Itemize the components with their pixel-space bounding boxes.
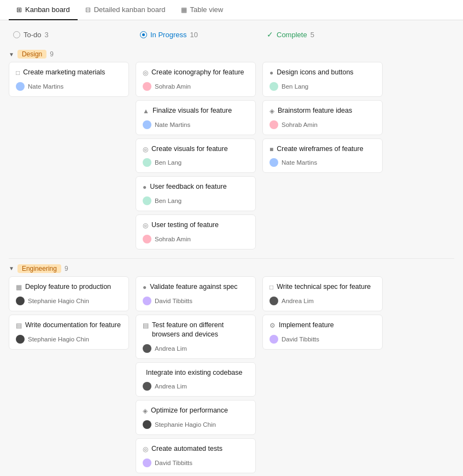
- card[interactable]: ▲ Finalize visuals for feature Nate Mart…: [136, 100, 256, 135]
- card-type-icon: ■: [269, 145, 273, 154]
- card-assignee: Ben Lang: [143, 158, 249, 167]
- column-inprogress-design: ◎ Create iconography for feature Sohrab …: [136, 62, 256, 249]
- card[interactable]: Integrate into existing codebase Andrea …: [136, 362, 256, 397]
- avatar: [143, 196, 151, 205]
- card-assignee: Stephanie Hagio Chin: [143, 420, 249, 429]
- group-toggle-design[interactable]: ▼: [9, 51, 14, 57]
- tab-detailed[interactable]: ⊟Detailed kanban board: [78, 0, 173, 20]
- card[interactable]: ◈ Optimize for performance Stephanie Hag…: [136, 400, 256, 435]
- col-label-inprogress: In Progress: [150, 31, 186, 39]
- avatar: [143, 382, 151, 391]
- assignee-name: Ben Lang: [155, 159, 181, 166]
- card-assignee: Andrea Lim: [143, 344, 249, 353]
- card[interactable]: ◎ Create iconography for feature Sohrab …: [136, 62, 256, 97]
- group-engineering: ▼ Engineering 9 ▦ Deploy feature to prod…: [9, 261, 454, 473]
- col-label-complete: Complete: [277, 31, 307, 39]
- card-title-text: Integrate into existing codebase: [146, 368, 243, 378]
- avatar: [143, 158, 151, 167]
- avatar: [269, 158, 278, 167]
- tab-label-table: Table view: [190, 5, 224, 14]
- avatar: [269, 82, 278, 91]
- assignee-name: Ben Lang: [282, 83, 308, 90]
- card[interactable]: ▦ Deploy feature to production Stephanie…: [9, 276, 129, 311]
- card-title: ▦ Deploy feature to production: [16, 282, 122, 292]
- tab-icon-table: ▦: [181, 6, 187, 14]
- complete-icon: ✓: [267, 30, 273, 39]
- card-title-text: Create visuals for feature: [151, 144, 228, 154]
- tab-table[interactable]: ▦Table view: [173, 0, 231, 20]
- column-todo-engineering: ▦ Deploy feature to production Stephanie…: [9, 276, 129, 473]
- column-header-inprogress: In Progress10: [136, 27, 256, 42]
- assignee-name: Nate Martins: [28, 83, 63, 90]
- tab-label-kanban: Kanban board: [25, 5, 70, 14]
- group-header-design[interactable]: ▼ Design 9: [9, 47, 454, 62]
- assignee-name: Sohrab Amin: [155, 83, 191, 90]
- card-title: ■ Create wireframes of feature: [269, 144, 376, 154]
- card-assignee: Stephanie Hagio Chin: [16, 297, 122, 305]
- card[interactable]: ⚙ Implement feature David Tibbitts: [262, 315, 383, 350]
- card-title: ▤ Test feature on different browsers and…: [143, 321, 249, 340]
- card-title-text: Test feature on different browsers and d…: [152, 321, 249, 340]
- assignee-name: David Tibbitts: [155, 460, 192, 466]
- card-type-icon: ◈: [269, 107, 274, 116]
- group-header-engineering[interactable]: ▼ Engineering 9: [9, 261, 454, 276]
- card[interactable]: □ Create marketing materials Nate Martin…: [9, 62, 129, 97]
- inprogress-icon: [140, 31, 147, 38]
- col-count-inprogress: 10: [190, 31, 197, 39]
- column-header-complete: ✓Complete5: [262, 27, 383, 42]
- tab-icon-kanban: ⊞: [16, 6, 22, 14]
- card-title-text: Finalize visuals for feature: [153, 106, 232, 116]
- card-title-text: Write technical spec for feature: [277, 282, 371, 292]
- avatar: [143, 297, 151, 305]
- assignee-name: Andrea Lim: [282, 298, 314, 304]
- card-title: ◎ User testing of feature: [143, 220, 249, 230]
- card[interactable]: ● Validate feature against spec David Ti…: [136, 276, 256, 311]
- card-assignee: Andrea Lim: [269, 297, 376, 305]
- card-title-text: Create automated tests: [151, 444, 222, 454]
- card-assignee: David Tibbitts: [143, 297, 249, 305]
- card-type-icon: ●: [269, 68, 273, 78]
- card-title: ● Validate feature against spec: [143, 282, 249, 292]
- card[interactable]: ● User feedback on feature Ben Lang: [136, 176, 256, 211]
- card[interactable]: ▤ Write documentation for feature Stepha…: [9, 315, 129, 350]
- assignee-name: Sohrab Amin: [155, 236, 191, 242]
- card-type-icon: ◈: [143, 407, 148, 416]
- card[interactable]: ◈ Brainstorm feature ideas Sohrab Amin: [262, 100, 383, 135]
- avatar: [269, 335, 278, 344]
- col-count-todo: 3: [45, 31, 49, 39]
- card-title: ▲ Finalize visuals for feature: [143, 106, 249, 116]
- card-title: Integrate into existing codebase: [143, 368, 249, 378]
- card[interactable]: ■ Create wireframes of feature Nate Mart…: [262, 138, 383, 173]
- card-type-icon: ●: [143, 283, 146, 292]
- card-assignee: Sohrab Amin: [143, 235, 249, 243]
- card-title-text: User feedback on feature: [150, 182, 226, 192]
- card[interactable]: ◎ Create visuals for feature Ben Lang: [136, 138, 256, 173]
- tab-kanban[interactable]: ⊞Kanban board: [9, 0, 78, 20]
- card-title: ▤ Write documentation for feature: [16, 321, 122, 330]
- avatar: [16, 297, 25, 305]
- card-title-text: Brainstorm feature ideas: [278, 106, 352, 116]
- card[interactable]: ◎ Create automated tests David Tibbitts: [136, 438, 256, 473]
- card[interactable]: ▤ Test feature on different browsers and…: [136, 315, 256, 359]
- group-count-engineering: 9: [65, 265, 68, 272]
- avatar: [143, 235, 151, 243]
- card-assignee: Andrea Lim: [143, 382, 249, 391]
- group-design: ▼ Design 9 □ Create marketing materials …: [9, 47, 454, 249]
- card[interactable]: □ Write technical spec for feature Andre…: [262, 276, 383, 311]
- card-title-text: Design icons and buttons: [277, 68, 353, 78]
- card-title: □ Create marketing materials: [16, 68, 122, 78]
- group-toggle-engineering[interactable]: ▼: [9, 265, 14, 271]
- card[interactable]: ● Design icons and buttons Ben Lang: [262, 62, 383, 97]
- card-title: ● Design icons and buttons: [269, 68, 376, 78]
- column-complete-engineering: □ Write technical spec for feature Andre…: [262, 276, 383, 473]
- card-type-icon: □: [16, 68, 20, 78]
- column-inprogress-engineering: ● Validate feature against spec David Ti…: [136, 276, 256, 473]
- tab-icon-detailed: ⊟: [85, 6, 91, 14]
- card-assignee: Ben Lang: [143, 196, 249, 205]
- card-title: ● User feedback on feature: [143, 182, 249, 192]
- card-title-text: Optimize for performance: [151, 406, 228, 416]
- assignee-name: Stephanie Hagio Chin: [155, 421, 216, 428]
- card[interactable]: ◎ User testing of feature Sohrab Amin: [136, 214, 256, 249]
- card-title-text: Create wireframes of feature: [277, 144, 363, 154]
- card-assignee: Ben Lang: [269, 82, 376, 91]
